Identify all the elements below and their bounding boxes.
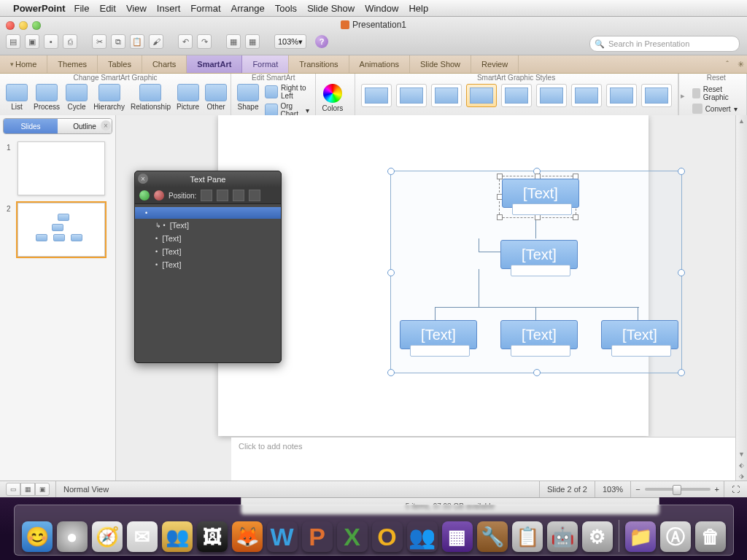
resize-handle[interactable] [678,168,685,175]
move-up-button[interactable] [233,190,244,201]
styles-scroll-right[interactable]: ▸ [678,74,686,117]
dock-app-2[interactable]: 🔧 [477,521,508,552]
resize-handle[interactable] [533,369,541,376]
org-node-caption[interactable] [511,345,570,357]
reset-graphic[interactable]: Reset Graphic [692,85,740,101]
style-6[interactable] [536,84,567,107]
open-button[interactable]: ▣ [25,34,39,49]
smartart-other[interactable]: Other [205,84,227,111]
menu-slideshow[interactable]: Slide Show [307,3,355,14]
text-pane-close[interactable]: × [138,174,148,184]
move-down-button[interactable] [249,190,260,201]
resize-handle[interactable] [678,369,685,376]
dock-mail[interactable]: ✉ [127,521,158,552]
org-node-caption[interactable] [611,345,671,357]
text-pane[interactable]: × Text Pane Position: • ↳ •[Text] •[Text… [134,171,282,363]
demote-button[interactable] [217,190,228,201]
text-pane-item-4[interactable]: •[Text] [135,258,281,271]
dock-firefox[interactable]: 🦊 [232,521,263,552]
smartart-cycle[interactable]: Cycle [66,84,88,111]
zoom-select[interactable]: 103% ▾ [274,34,306,49]
smartart-picture[interactable]: Picture [177,84,199,111]
resize-handle[interactable] [387,369,395,376]
sel-handle[interactable] [497,174,503,179]
tab-smartart[interactable]: SmartArt [187,55,242,73]
fit-to-window[interactable]: ⛶ [724,481,747,497]
add-bullet-button[interactable] [139,190,150,201]
dock-applications[interactable]: Ⓐ [660,521,691,552]
ribbon-settings-button[interactable]: ✳ [734,55,747,73]
tab-format[interactable]: Format [242,55,289,73]
style-1[interactable] [361,84,392,107]
dock-ichat[interactable]: 👥 [162,521,193,552]
resize-handle[interactable] [387,168,395,175]
tab-themes[interactable]: Themes [47,55,98,73]
next-slide[interactable]: ⬗ [736,470,747,481]
smartart-object[interactable]: [Text] [Text] [Text] [Text] [Text] [390,171,682,373]
menu-arrange[interactable]: Arrange [231,3,265,14]
app-menu[interactable]: PowerPoint [13,3,66,14]
menu-file[interactable]: File [74,3,90,14]
sel-handle[interactable] [573,214,578,220]
smartart-relationship[interactable]: Relationship [131,84,171,111]
tab-animations[interactable]: Animations [349,55,410,73]
zoom-in-icon[interactable]: + [715,485,719,494]
org-node-caption[interactable] [410,345,470,357]
text-pane-item-3[interactable]: •[Text] [135,245,281,258]
cut-button[interactable]: ✂ [92,34,107,49]
text-pane-title[interactable]: × Text Pane [135,171,281,187]
resize-handle[interactable] [387,269,395,276]
smartart-list[interactable]: List [6,84,28,111]
new-button[interactable]: ▤ [6,34,20,49]
presentation-search[interactable]: 🔍 Search in Presentation [589,36,740,52]
dock-sysprefs[interactable]: ⚙ [582,521,613,552]
paste-button[interactable]: 📋 [130,34,144,49]
text-pane-item-0[interactable]: • [135,207,281,219]
tab-charts[interactable]: Charts [142,55,187,73]
style-8[interactable] [606,84,637,107]
notes-pane[interactable]: Click to add notes [231,437,736,481]
text-pane-item-2[interactable]: •[Text] [135,232,281,245]
prev-slide[interactable]: ⬖ [736,459,747,470]
zoom-slider[interactable]: − + [630,481,724,497]
tab-slideshow[interactable]: Slide Show [410,55,471,73]
style-4[interactable] [466,84,497,107]
style-5[interactable] [501,84,532,107]
dock-safari[interactable]: 🧭 [92,521,123,552]
menu-edit[interactable]: Edit [99,3,115,14]
dock-finder[interactable]: 😊 [22,521,53,552]
smartart-hierarchy[interactable]: Hierarchy [93,84,125,111]
slide-view-button[interactable]: ▦ [226,34,241,49]
dock-dashboard[interactable]: ● [57,521,88,552]
undo-button[interactable]: ↶ [178,34,193,49]
dock-app-1[interactable]: ▦ [442,521,473,552]
convert[interactable]: Convert ▾ [692,104,740,114]
sel-handle[interactable] [497,214,503,220]
style-3[interactable] [431,84,462,107]
slideshow-view-button[interactable]: ▣ [35,483,50,496]
redo-button[interactable]: ↷ [197,34,212,49]
dock-trash[interactable]: 🗑 [695,521,726,552]
menu-view[interactable]: View [126,3,147,14]
tab-slides[interactable]: Slides [4,119,58,133]
dock-word[interactable]: W [267,521,298,552]
style-7[interactable] [571,84,602,107]
dock-excel[interactable]: X [337,521,368,552]
ribbon-collapse-button[interactable]: ˆ [721,55,734,73]
text-pane-item-1[interactable]: ↳ •[Text] [135,219,281,232]
slide-thumb-1[interactable]: 1 [18,141,105,195]
dock-folder[interactable]: 📁 [625,521,656,552]
slide-sorter-button[interactable]: ▦ [245,34,260,49]
tab-tables[interactable]: Tables [98,55,142,73]
vertical-scrollbar[interactable]: ▲ ▼ ⬖ ⬗ [735,115,747,481]
tab-transitions[interactable]: Transitions [289,55,349,73]
org-node-caption[interactable] [512,203,572,215]
dock-messenger[interactable]: 👥 [407,521,438,552]
dock-automator[interactable]: 🤖 [547,521,578,552]
save-button[interactable]: ▪ [44,34,58,49]
dock-outlook[interactable]: O [372,521,403,552]
help-button[interactable]: ? [315,35,328,48]
smartart-colors[interactable]: Colors [322,84,343,112]
promote-button[interactable] [201,190,212,201]
menu-help[interactable]: Help [409,3,428,14]
